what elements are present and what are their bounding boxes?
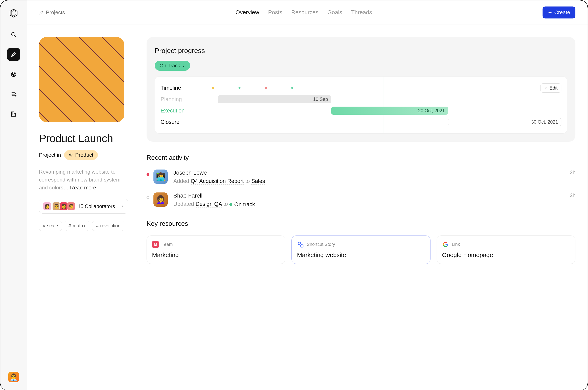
project-sidebar: Product Launch Project in Product Revamp…	[39, 37, 128, 264]
resource-card-link[interactable]: Link Google Homepage	[437, 236, 575, 264]
activity-user-link[interactable]: Shae Farell	[173, 193, 202, 199]
shortcut-icon	[297, 241, 304, 248]
project-description: Revamping marketing website to correspon…	[39, 168, 128, 192]
avatar: 👩	[43, 202, 51, 210]
activity-object-link[interactable]: Design QA	[196, 201, 222, 207]
content: Product Launch Project in Product Revamp…	[27, 25, 588, 276]
svg-point-15	[70, 154, 71, 155]
main-area: Projects Overview Posts Resources Goals …	[27, 0, 588, 390]
tag-revolution[interactable]: #revolution	[92, 221, 124, 231]
progress-title: Project progress	[155, 47, 567, 55]
nav-rail: 👨‍💼	[0, 0, 27, 390]
status-selector[interactable]: On Track	[155, 61, 190, 71]
svg-point-16	[71, 154, 72, 155]
people-icon	[69, 153, 73, 157]
milestone-dot	[265, 87, 267, 89]
create-label: Create	[554, 9, 570, 16]
chevron-updown-icon	[182, 64, 185, 67]
path-nav-icon[interactable]	[7, 88, 20, 101]
activity-item: 👩‍🦱 Shae Farell Updated Design QA to On …	[146, 193, 575, 208]
app-logo[interactable]	[9, 8, 18, 18]
tag-matrix[interactable]: #matrix	[65, 221, 89, 231]
milestone-dot	[238, 87, 240, 89]
collaborator-avatars: 👩 👨 👩 👨	[43, 202, 74, 210]
org-nav-icon[interactable]	[7, 108, 20, 121]
project-in-label: Project in	[39, 152, 61, 158]
create-button[interactable]: Create	[543, 6, 575, 18]
projects-nav-icon[interactable]	[7, 48, 20, 61]
phase-planning-bar[interactable]: 10 Sep	[218, 95, 331, 103]
progress-panel: Project progress On Track Timeline	[146, 37, 575, 142]
resource-title: Marketing	[152, 251, 280, 258]
tag-scale[interactable]: #scale	[39, 221, 62, 231]
timeline-header: Timeline	[161, 85, 207, 91]
tab-posts[interactable]: Posts	[268, 9, 282, 22]
pencil-icon	[544, 86, 548, 90]
search-icon[interactable]	[7, 28, 20, 41]
space-chip[interactable]: Product	[64, 150, 98, 160]
tab-threads[interactable]: Threads	[351, 9, 372, 22]
hash-icon: #	[69, 223, 71, 229]
resources-grid: M Team Marketing Shortcut Story Marketin	[146, 236, 575, 264]
milestone-dot	[212, 87, 214, 89]
activity-avatar[interactable]: 👨‍💻	[153, 170, 168, 184]
plus-icon	[548, 10, 552, 15]
activity-target-link[interactable]: Sales	[251, 178, 265, 185]
avatar: 👨	[67, 202, 75, 210]
phase-closure-bar[interactable]: 30 Oct, 2021	[448, 118, 561, 126]
phase-closure-label: Closure	[161, 119, 207, 125]
chevron-right-icon	[120, 204, 124, 208]
breadcrumb-label: Projects	[46, 9, 65, 16]
tag-list: #scale #matrix #revolution	[39, 221, 128, 231]
team-icon: M	[152, 241, 159, 248]
tab-goals[interactable]: Goals	[327, 9, 342, 22]
activity-feed: 👨‍💻 Joseph Lowe Added Q4 Acquisition Rep…	[146, 170, 575, 208]
tab-resources[interactable]: Resources	[291, 9, 318, 22]
rocket-icon	[39, 10, 44, 15]
google-icon	[442, 241, 449, 248]
tab-bar: Overview Posts Resources Goals Threads	[235, 9, 372, 16]
collaborators-button[interactable]: 👩 👨 👩 👨 15 Collaborators	[39, 199, 128, 214]
activity-user-link[interactable]: Joseph Lowe	[173, 170, 207, 176]
hash-icon: #	[96, 223, 99, 229]
breadcrumb[interactable]: Projects	[39, 9, 65, 16]
phase-planning-label: Planning	[161, 96, 207, 102]
collaborator-count: 15 Collaborators	[78, 203, 117, 209]
activity-title: Recent activity	[146, 154, 575, 161]
svg-rect-9	[14, 113, 16, 116]
activity-time: 2h	[570, 170, 575, 175]
phase-execution-bar[interactable]: 20 Oct, 2021	[331, 107, 448, 115]
activity-item: 👨‍💻 Joseph Lowe Added Q4 Acquisition Rep…	[146, 170, 575, 184]
resources-title: Key resources	[146, 220, 575, 227]
svg-marker-1	[11, 10, 16, 16]
resource-title: Marketing website	[297, 251, 425, 258]
project-title: Product Launch	[39, 132, 128, 145]
goals-nav-icon[interactable]	[7, 68, 20, 81]
svg-point-7	[15, 95, 16, 96]
project-cover-image	[39, 37, 124, 122]
timeline-card: Timeline Edit	[155, 76, 567, 134]
resource-card-team[interactable]: M Team Marketing	[146, 236, 285, 264]
resource-card-shortcut[interactable]: Shortcut Story Marketing website	[291, 236, 430, 264]
project-meta: Project in Product	[39, 150, 128, 160]
phase-execution-label: Execution	[161, 108, 207, 114]
project-main: Project progress On Track Timeline	[146, 37, 575, 264]
edit-timeline-button[interactable]: Edit	[540, 83, 561, 93]
user-avatar[interactable]: 👨‍💼	[8, 372, 19, 382]
activity-dot	[146, 173, 149, 176]
hash-icon: #	[43, 223, 45, 229]
milestone-dot	[291, 87, 293, 89]
activity-object-link[interactable]: Q4 Acquisition Report	[191, 178, 244, 185]
tab-overview[interactable]: Overview	[235, 9, 259, 22]
svg-point-2	[12, 33, 15, 36]
status-badge: On track	[229, 201, 255, 208]
activity-avatar[interactable]: 👩‍🦱	[153, 193, 168, 207]
activity-time: 2h	[570, 193, 575, 198]
top-bar: Projects Overview Posts Resources Goals …	[27, 0, 588, 25]
read-more-link[interactable]: Read more	[70, 185, 96, 191]
activity-dot	[146, 196, 149, 199]
resource-title: Google Homepage	[442, 251, 570, 258]
app-shell: 👨‍💼 Projects Overview Posts Resources Go…	[0, 0, 588, 390]
svg-line-3	[15, 36, 16, 37]
svg-point-6	[13, 74, 14, 75]
